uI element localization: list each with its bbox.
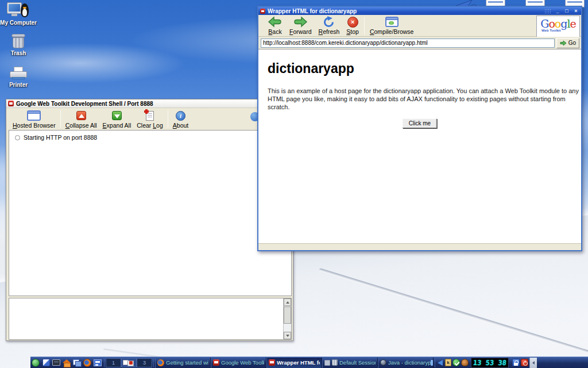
- volume-icon[interactable]: [438, 360, 443, 366]
- info-icon: i: [176, 111, 185, 121]
- printer-icon: [10, 67, 27, 80]
- forward-button[interactable]: Forward: [286, 16, 315, 35]
- wrapper-title: Wrapper HTML for dictionaryapp: [268, 8, 542, 14]
- scroll-down-button[interactable]: [284, 332, 291, 339]
- hosted-browser-button[interactable]: Hosted Browser: [10, 109, 59, 129]
- gwt-shell-titlebar[interactable]: Google Web Toolkit Development Shell / P…: [6, 99, 293, 108]
- launcher-firefox-icon[interactable]: [82, 358, 92, 368]
- clear-log-button[interactable]: Clear Log: [134, 109, 166, 129]
- toolbar-separator: [60, 110, 61, 128]
- workspace-3[interactable]: 3: [137, 358, 152, 367]
- launcher-show-desktop-icon[interactable]: [72, 358, 82, 368]
- wrapper-statusbar: [258, 243, 581, 250]
- titlebar-grip-icon: [544, 9, 552, 14]
- desktop-icon-my-computer[interactable]: My Computer: [0, 2, 37, 26]
- forward-arrow-icon: [293, 16, 308, 28]
- power-icon[interactable]: [521, 359, 528, 366]
- log-entry-text: Starting HTTP on port 8888: [24, 134, 97, 141]
- task-getting-started[interactable]: Getting started with G: [155, 358, 211, 368]
- gwt-shell-window: Google Web Toolkit Development Shell / P…: [6, 99, 293, 341]
- desktop-icon-trash[interactable]: Trash: [0, 33, 37, 56]
- google-logo: Google: [537, 17, 579, 30]
- stop-button[interactable]: × Stop: [343, 16, 362, 35]
- task-gwt-shell[interactable]: Google Web Toolkit D: [211, 358, 266, 368]
- panel-hide-button[interactable]: [529, 358, 537, 368]
- system-tray: k: [436, 359, 470, 366]
- gwt-logo-icon: [8, 101, 14, 106]
- gwt-logo-badge: Google Web Toolkit: [536, 16, 580, 38]
- taskbar-separator: [153, 358, 154, 367]
- firefox-icon: [157, 359, 164, 366]
- gwt-detail-panel: [9, 298, 292, 340]
- java-orb-icon: [380, 359, 386, 366]
- go-arrow-icon: [560, 40, 567, 46]
- compile-browse-icon: [385, 17, 399, 27]
- launcher-brush-icon[interactable]: [41, 358, 51, 368]
- scrollbar-thumb[interactable]: [284, 306, 291, 324]
- refresh-button[interactable]: Refresh: [315, 16, 343, 35]
- close-button[interactable]: ×: [572, 8, 579, 14]
- task-java-dictionary[interactable]: Java - dictionaryproje: [378, 358, 434, 368]
- workspace-2[interactable]: [121, 358, 137, 367]
- fox-tray-icon[interactable]: [461, 359, 469, 366]
- about-button[interactable]: i About: [170, 109, 191, 129]
- gwt-shell-title: Google Web Toolkit Development Shell / P…: [16, 101, 153, 107]
- minimize-button[interactable]: _: [554, 8, 561, 14]
- taskbar-clock[interactable]: 13 53 38: [471, 358, 509, 368]
- launcher-terminal-icon[interactable]: [51, 358, 61, 368]
- go-button[interactable]: Go: [556, 38, 579, 48]
- gwt-logo-icon: [260, 9, 265, 14]
- task-wrapper-html[interactable]: Wrapper HTML for d: [266, 358, 322, 368]
- address-input[interactable]: [261, 39, 555, 48]
- desktop-icon-printer[interactable]: Printer: [0, 67, 37, 88]
- compile-browse-button[interactable]: Compile/Browse: [366, 16, 417, 35]
- taskbar: 1 3 Getting started with G Google Web To…: [30, 356, 588, 368]
- log-entry[interactable]: Starting HTTP on port 8888: [15, 134, 291, 141]
- tree-node-icon: [15, 135, 20, 140]
- collapse-all-button[interactable]: Collapse All: [63, 109, 100, 129]
- launcher-pager-icon[interactable]: [92, 358, 103, 368]
- maximize-button[interactable]: □: [563, 8, 570, 14]
- my-computer-icon: [7, 2, 30, 18]
- mini-gwt-icon: [129, 361, 133, 365]
- taskbar-separator: [104, 358, 105, 367]
- desktop-icon-label: Printer: [0, 82, 37, 88]
- stop-icon: ×: [347, 17, 358, 28]
- desktop-icon-label: Trash: [0, 50, 37, 56]
- toolbar-separator: [364, 17, 365, 34]
- task-default-session[interactable]: Default Session: [322, 358, 378, 368]
- gwt-log-panel: Starting HTTP on port 8888: [9, 130, 292, 296]
- launcher-globe-icon[interactable]: [30, 358, 41, 368]
- trash-icon: [11, 33, 25, 49]
- toolbar-separator: [168, 110, 168, 128]
- messenger-icon[interactable]: [452, 359, 460, 366]
- click-me-button[interactable]: Click me: [403, 118, 437, 128]
- bin-icon: [332, 359, 338, 366]
- launcher-home-icon[interactable]: [61, 358, 72, 368]
- refresh-icon: [323, 16, 335, 28]
- lock-screen-icon[interactable]: [512, 359, 520, 366]
- back-button[interactable]: Back: [264, 16, 286, 35]
- workspace-1[interactable]: 1: [106, 358, 121, 367]
- address-bar: Go: [258, 37, 581, 49]
- desktop: My Computer Trash Printer Google Web Too…: [0, 0, 588, 368]
- hosted-page: dictionaryapp This is an example of a ho…: [258, 49, 581, 243]
- clipboard-icon[interactable]: k: [445, 359, 451, 366]
- wrapper-titlebar[interactable]: Wrapper HTML for dictionaryapp _ □ ×: [258, 7, 581, 15]
- collapse-icon: [76, 111, 86, 120]
- scroll-up-button[interactable]: [284, 298, 291, 306]
- gwt-shell-toolbar: Hosted Browser Collapse All Expand All C…: [6, 109, 293, 129]
- desktop-icon-label: My Computer: [0, 20, 37, 26]
- vertical-scrollbar[interactable]: [283, 298, 291, 339]
- session-icon: [324, 360, 330, 366]
- clear-log-icon: [146, 111, 154, 121]
- page-paragraph: This is an example of a host page for th…: [268, 87, 581, 111]
- expand-all-button[interactable]: Expand All: [100, 109, 134, 129]
- wrapper-toolbar: Back Forward Refresh × Stop Compile/Brow…: [258, 15, 581, 37]
- expand-icon: [112, 111, 122, 120]
- back-arrow-icon: [268, 16, 283, 28]
- gwt-icon: [213, 359, 219, 366]
- browser-window-icon: [27, 110, 41, 121]
- taskbar-separator: [435, 358, 435, 367]
- page-heading: dictionaryapp: [268, 61, 581, 76]
